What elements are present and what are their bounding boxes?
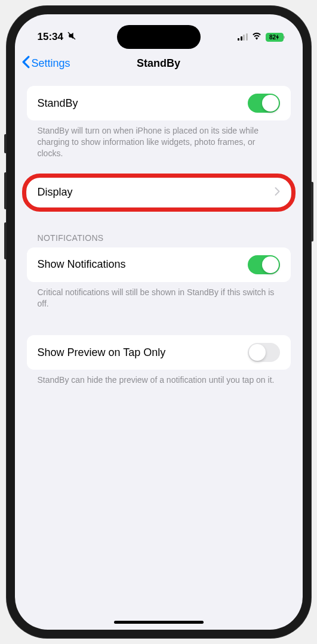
status-time: 15:34: [38, 31, 63, 43]
show-notifications-row: Show Notifications: [27, 247, 291, 282]
show-notifications-footer: Critical notifications will still be sho…: [27, 282, 291, 309]
preview-group: Show Preview on Tap Only: [27, 335, 291, 370]
standby-footer: StandBy will turn on when iPhone is plac…: [27, 120, 291, 159]
display-group: Display: [27, 178, 291, 207]
show-notifications-group: Show Notifications: [27, 247, 291, 282]
standby-toggle[interactable]: [248, 94, 280, 113]
highlight-annotation: Display: [27, 178, 291, 207]
nav-header: Settings StandBy: [15, 49, 303, 78]
show-notifications-toggle[interactable]: [248, 255, 280, 274]
standby-label: StandBy: [38, 97, 78, 110]
cellular-icon: [238, 33, 248, 41]
preview-toggle[interactable]: [248, 343, 280, 362]
chevron-left-icon: [22, 55, 30, 72]
display-label: Display: [38, 186, 73, 199]
content: StandBy StandBy will turn on when iPhone…: [15, 78, 303, 394]
wifi-icon: [251, 32, 262, 42]
show-notifications-label: Show Notifications: [38, 258, 126, 271]
back-button[interactable]: Settings: [22, 55, 70, 72]
home-indicator[interactable]: [114, 621, 204, 624]
battery-percentage: 82: [269, 34, 276, 41]
standby-group: StandBy: [27, 86, 291, 120]
preview-footer: StandBy can hide the preview of a notifi…: [27, 370, 291, 386]
status-left: 15:34: [38, 31, 76, 44]
screen: 15:34 82: [15, 14, 303, 630]
dynamic-island: [117, 25, 201, 49]
preview-label: Show Preview on Tap Only: [38, 346, 166, 359]
chevron-right-icon: [275, 187, 280, 199]
standby-row: StandBy: [27, 86, 291, 120]
phone-side-buttons-left: [4, 134, 7, 273]
page-title: StandBy: [137, 57, 180, 70]
display-row[interactable]: Display: [27, 178, 291, 207]
phone-frame: 15:34 82: [7, 6, 311, 638]
silent-mode-icon: [67, 31, 76, 44]
phone-side-button-right: [311, 182, 313, 242]
status-right: 82: [238, 32, 284, 42]
battery-icon: 82: [266, 33, 284, 42]
preview-row: Show Preview on Tap Only: [27, 335, 291, 370]
notifications-header: NOTIFICATIONS: [27, 233, 291, 247]
back-label: Settings: [32, 57, 70, 70]
